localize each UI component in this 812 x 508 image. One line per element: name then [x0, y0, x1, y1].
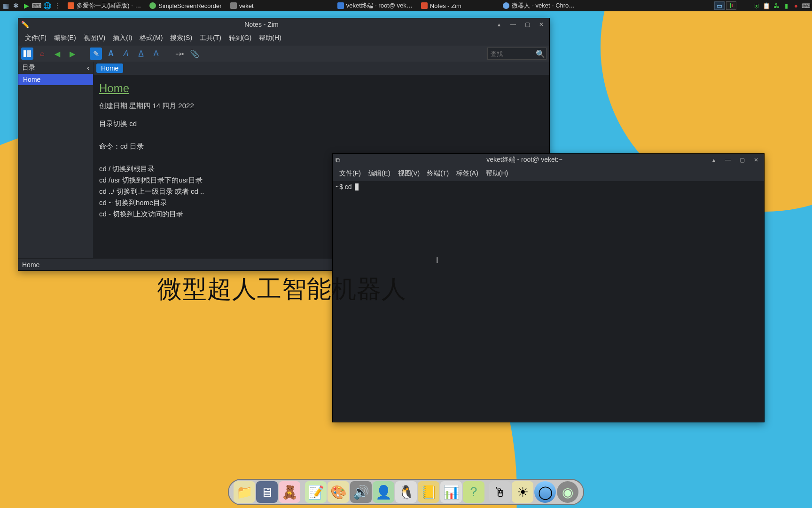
search-icon[interactable]: 🔍 [535, 48, 546, 59]
close-button[interactable]: ✕ [536, 20, 547, 29]
forward-button[interactable]: ▶ [66, 48, 78, 60]
rollup-button[interactable]: ▴ [709, 155, 719, 165]
home-button[interactable]: ⌂ [36, 48, 48, 60]
term-menu-tabs[interactable]: 标签(A) [453, 167, 482, 180]
globe-icon[interactable]: 🌐 [42, 1, 52, 10]
term-menu-view[interactable]: 视图(V) [394, 167, 424, 180]
dock-paint-icon[interactable]: 🎨 [328, 481, 349, 503]
toggle-sidebar-button[interactable] [21, 48, 33, 60]
battery-icon[interactable]: ▮ [782, 1, 790, 10]
rollup-button[interactable]: ▴ [494, 20, 504, 29]
dock-help-icon[interactable]: ？ [463, 481, 484, 503]
network-icon[interactable]: 🖧 [772, 1, 781, 10]
menu-insert[interactable]: 插入(I) [109, 32, 136, 44]
menu-help[interactable]: 帮助(H) [255, 32, 285, 44]
status-path: Home [22, 261, 39, 269]
zim-menubar: 文件(F) 编辑(E) 视图(V) 插入(I) 格式(M) 搜索(S) 工具(T… [18, 31, 549, 46]
task-label: veket [239, 2, 254, 9]
terminal-titlebar[interactable]: ⧉ veket终端 - root@ veket:~ ▴ — ▢ ✕ [333, 154, 764, 166]
sidebar-item-label: Home [23, 76, 40, 83]
zim-icon [421, 2, 428, 9]
dock-chrome-icon[interactable]: ◯ [534, 481, 556, 503]
term-menu-edit[interactable]: 编辑(E) [365, 167, 394, 180]
dock-notes-icon[interactable]: 📝 [305, 481, 327, 503]
cpu-icon[interactable] [726, 1, 736, 10]
dock-pet-icon[interactable]: 🧸 [279, 481, 300, 503]
system-monitor-icon[interactable]: ▦ [1, 1, 10, 10]
shield-icon[interactable]: ⛨ [752, 1, 761, 10]
task-chrome[interactable]: 微器人 - veket - Chro… [499, 0, 578, 11]
dock-book-icon[interactable]: 📒 [418, 481, 439, 503]
keyboard-icon[interactable]: ⌨ [802, 1, 810, 10]
dock-chart-icon[interactable]: 📊 [440, 481, 462, 503]
strike-button[interactable]: A [150, 48, 162, 60]
zim-titlebar[interactable]: ✏️ Notes - Zim ▴ — ▢ ✕ [18, 18, 549, 31]
editor-line: 命令：cd 目录 [99, 141, 544, 152]
task-music[interactable]: 多爱你一天(国语版) - … [64, 0, 145, 11]
task-recorder[interactable]: SimpleScreenRecorder [146, 0, 225, 11]
separator-icon: ⋮ [53, 1, 62, 10]
task-zim[interactable]: Notes - Zim [417, 0, 465, 11]
menu-search[interactable]: 搜索(S) [166, 32, 196, 44]
menu-view[interactable]: 视图(V) [80, 32, 109, 44]
dock-brightness-icon[interactable]: ☀ [512, 481, 533, 503]
menu-tools[interactable]: 工具(T) [196, 32, 225, 44]
maximize-button[interactable]: ▢ [522, 20, 532, 29]
close-button[interactable]: ✕ [751, 155, 761, 165]
dock-user-icon[interactable]: 👤 [373, 481, 394, 503]
zim-toolbar: ⌂ ◀ ▶ ✎ A A A A ⇢• 📎 🔍 [18, 46, 549, 62]
maximize-button[interactable]: ▢ [737, 155, 747, 165]
italic-button[interactable]: A [120, 48, 132, 60]
term-menu-help[interactable]: 帮助(H) [482, 167, 512, 180]
link-button[interactable]: ⇢• [173, 48, 186, 60]
page-heading: Home [99, 79, 544, 97]
music-icon [68, 2, 74, 9]
term-menu-file[interactable]: 文件(F) [336, 167, 365, 180]
dock-mouse-icon[interactable]: 🖱 [489, 481, 511, 503]
display-icon[interactable]: ▭ [714, 1, 725, 10]
tray-right: ▭ ⛨ 📋 🖧 ▮ ● ⌨ [714, 1, 812, 10]
dock-camera-icon[interactable]: ◉ [557, 481, 578, 503]
menu-edit[interactable]: 编辑(E) [50, 32, 80, 44]
terminal-prompt: ~$ cd [336, 183, 354, 190]
dock-media-icon[interactable]: 🔊 [350, 481, 372, 503]
task-filemanager[interactable]: veket [226, 0, 258, 11]
zim-app-icon: ✏️ [21, 21, 29, 28]
taskbar-tasks: 多爱你一天(国语版) - … SimpleScreenRecorder veke… [64, 0, 714, 11]
task-terminal[interactable]: veket终端 - root@ vek… [334, 0, 416, 11]
terminal-cursor [355, 183, 359, 190]
dock: 📁 🖥 🧸 📝 🎨 🔊 👤 🐧 📒 📊 ？ 🖱 ☀ ◯ ◉ [228, 479, 584, 505]
dock-penguin-icon[interactable]: 🐧 [395, 481, 417, 503]
terminal-tray-icon[interactable]: ⌨ [32, 1, 41, 10]
menu-file[interactable]: 文件(F) [21, 32, 50, 44]
menu-format[interactable]: 格式(M) [136, 32, 166, 44]
heading-button[interactable]: A [105, 48, 117, 60]
minimize-button[interactable]: — [508, 20, 518, 29]
minimize-button[interactable]: — [723, 155, 733, 165]
breadcrumb-home[interactable]: Home [96, 64, 123, 73]
sidebar-title: 目录 [22, 64, 35, 72]
svg-rect-0 [23, 50, 26, 57]
taskbar: ▦ ✱ ▶ ⌨ 🌐 ⋮ 多爱你一天(国语版) - … SimpleScreenR… [0, 0, 812, 11]
dock-files-icon[interactable]: 📁 [234, 481, 255, 503]
zim-sidebar: 目录 ‹ Home [18, 62, 94, 258]
clipboard-icon[interactable]: 📋 [762, 1, 771, 10]
play-icon[interactable]: ▶ [22, 1, 31, 10]
search-input[interactable] [488, 48, 535, 59]
sidebar-item-home[interactable]: Home [18, 74, 93, 85]
bug-icon[interactable]: ✱ [11, 1, 21, 10]
text-cursor-icon: I [436, 256, 438, 265]
chevron-left-icon[interactable]: ‹ [87, 64, 89, 71]
edit-toggle-button[interactable]: ✎ [90, 48, 102, 60]
terminal-title: veket终端 - root@ veket:~ [344, 156, 705, 164]
underline-button[interactable]: A [135, 48, 147, 60]
dock-display-icon[interactable]: 🖥 [256, 481, 278, 503]
sidebar-header: 目录 ‹ [18, 62, 93, 74]
search-box: 🔍 [487, 48, 547, 60]
term-menu-terminal[interactable]: 终端(T) [423, 167, 453, 180]
record-icon[interactable]: ● [792, 1, 800, 10]
back-button[interactable]: ◀ [51, 48, 63, 60]
chrome-icon [503, 2, 509, 9]
attach-button[interactable]: 📎 [188, 48, 201, 60]
menu-goto[interactable]: 转到(G) [225, 32, 255, 44]
